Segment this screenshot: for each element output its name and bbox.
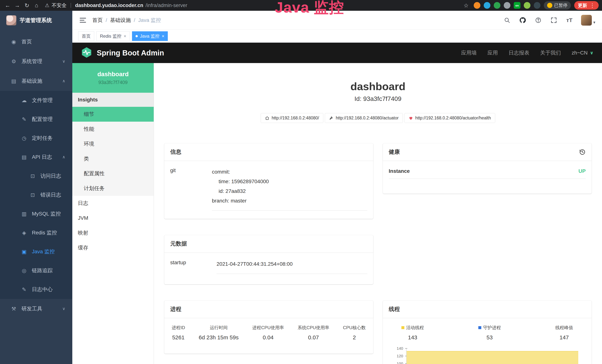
sidebar-item-config-management[interactable]: ✎ 配置管理	[0, 110, 72, 129]
sidebar-item-redis-monitor[interactable]: ◈ Redis 监控	[0, 223, 72, 242]
tab-java-monitor[interactable]: Java 监控 ×	[132, 31, 168, 41]
url-path: /infra/admin-server	[146, 3, 187, 8]
instance-header[interactable]: dashboard 93a3fc7f7409	[72, 63, 154, 93]
sidebar-item-file-management[interactable]: ☁ 文件管理	[0, 91, 72, 110]
search-icon[interactable]	[503, 16, 511, 24]
annotation-java-monitor: Java 监控	[275, 0, 344, 15]
sba-nav-about[interactable]: 关于我们	[540, 49, 561, 56]
hamburger-icon[interactable]	[79, 16, 87, 24]
metric-peak-threads: 线程峰值 147	[555, 325, 573, 341]
extension-icon-3[interactable]	[494, 2, 500, 9]
forward-icon[interactable]: →	[13, 1, 22, 10]
sidebar-item-system-management[interactable]: ⚙ 系统管理 ∨	[0, 52, 72, 71]
metric-pid: 进程ID 5261	[172, 325, 185, 341]
sba-nav-applications[interactable]: 应用	[487, 49, 498, 56]
update-button[interactable]: 更新 ⋮	[574, 1, 599, 10]
health-row-instance[interactable]: Instance UP	[389, 168, 586, 179]
app-logo-row[interactable]: 芋道管理系统	[0, 11, 72, 30]
sidebar-item-scheduled-tasks[interactable]: ◷ 定时任务	[0, 129, 72, 148]
back-icon[interactable]: ←	[3, 1, 12, 10]
sba-content: dashboard Id: 93a3fc7f7409 http://192.16…	[154, 63, 602, 364]
app-title: 芋道管理系统	[20, 17, 52, 24]
breadcrumb-infrastructure[interactable]: 基础设施	[103, 17, 131, 24]
sba-logo-icon	[81, 47, 92, 59]
sidebar-item-api-logs[interactable]: ▤ API 日志 ∧	[0, 148, 72, 167]
cards-grid: 信息 git commit: time: 1596289704000 id: 2…	[164, 143, 592, 364]
browser-home-icon[interactable]: ⌂	[32, 1, 41, 10]
sba-nav-details[interactable]: 细节	[72, 107, 154, 122]
sba-nav-caches[interactable]: 缓存	[72, 240, 154, 255]
paused-badge-label: 已暂停	[554, 2, 568, 8]
instance-link-health[interactable]: http://192.168.0.2:48080/actuator/health	[404, 113, 495, 123]
sidebar-item-error-logs[interactable]: ⊡ 错误日志	[0, 185, 72, 204]
history-icon[interactable]	[579, 149, 586, 155]
sidebar-item-home[interactable]: ◉ 首页	[0, 32, 72, 52]
metric-value: 0.04	[252, 334, 284, 341]
gear-icon: ⚙	[10, 58, 17, 64]
sidebar-item-java-monitor[interactable]: ▣ Java 监控	[0, 242, 72, 261]
sba-nav-config-properties[interactable]: 配置属性	[72, 166, 154, 181]
github-icon[interactable]	[519, 16, 527, 24]
user-avatar-menu[interactable]: ▾	[581, 15, 595, 26]
sba-nav-wallboard[interactable]: 应用墙	[461, 49, 477, 56]
sba-nav-logs[interactable]: 日志	[72, 196, 154, 211]
instance-link-actuator[interactable]: http://192.168.0.2:48080/actuator	[325, 113, 403, 123]
help-icon[interactable]	[534, 16, 542, 24]
spring-boot-admin: Spring Boot Admin 应用墙 应用 日志报表 关于我们 zh~CN…	[72, 43, 602, 364]
document-icon: ⊡	[29, 173, 36, 179]
sidebar-item-infrastructure[interactable]: ▤ 基础设施 ∧	[0, 71, 72, 91]
extension-icon-6[interactable]	[524, 2, 530, 9]
metric-label-text: 活动线程	[406, 325, 424, 331]
tab-home[interactable]: 首页	[78, 31, 94, 41]
extension-icon-4[interactable]	[504, 2, 510, 9]
metric-value: 143	[401, 334, 424, 341]
paused-badge[interactable]: 已暂停	[544, 1, 571, 10]
url-host: dashboard.yudao.iocoder.cn	[75, 3, 143, 8]
not-secure-icon[interactable]: ⚠	[45, 2, 49, 8]
sba-nav-classes[interactable]: 类	[72, 151, 154, 166]
y-tick-140: 140	[397, 346, 403, 351]
sidebar-item-mysql-monitor[interactable]: ▥ MySQL 监控	[0, 204, 72, 223]
sidebar-item-dev-tools[interactable]: ⚒ 研发工具 ∨	[0, 299, 72, 319]
text-size-icon[interactable]: тT	[566, 16, 573, 24]
metric-label: 线程峰值	[555, 325, 573, 331]
sba-nav-performance[interactable]: 性能	[72, 122, 154, 137]
sba-brand[interactable]: Spring Boot Admin	[97, 49, 164, 57]
extension-icon-1[interactable]	[474, 2, 480, 9]
extension-icon-7[interactable]	[534, 2, 540, 9]
extension-on-icon[interactable]: on	[514, 2, 520, 9]
extension-icon-2[interactable]	[484, 2, 490, 9]
sba-nav-mappings[interactable]: 映射	[72, 225, 154, 240]
locale-selector[interactable]: zh~CN ∨	[572, 50, 593, 56]
address-bar[interactable]: ⚠ 不安全 dashboard.yudao.iocoder.cn/infra/a…	[45, 2, 187, 9]
status-badge: UP	[579, 168, 586, 174]
metric-label: 系统CPU使用率	[298, 325, 329, 331]
document-icon: ⊡	[29, 192, 36, 198]
reload-icon[interactable]: ↻	[23, 1, 31, 10]
close-tab-icon[interactable]: ×	[124, 33, 126, 39]
sba-nav-journal[interactable]: 日志报表	[509, 49, 529, 56]
instance-link-root[interactable]: http://192.168.0.2:48080/	[261, 113, 323, 123]
sba-nav-environment[interactable]: 环境	[72, 137, 154, 151]
breadcrumb-home[interactable]: 首页	[92, 17, 103, 24]
threads-chart-plot	[406, 348, 580, 364]
sba-nav-jvm[interactable]: JVM	[72, 211, 154, 225]
chrome-menu-icon[interactable]: ⋮	[590, 2, 595, 9]
sidebar-item-label: 链路追踪	[32, 267, 53, 274]
fullscreen-icon[interactable]	[550, 16, 558, 24]
tab-redis-monitor[interactable]: Redis 监控 ×	[97, 31, 130, 41]
metadata-key: startup	[170, 259, 216, 274]
threads-chart: 140 120 100	[390, 348, 580, 364]
sidebar-item-log-center[interactable]: ✎ 日志中心	[0, 280, 72, 299]
info-row-git: git commit: time: 1596289704000 id: 27aa…	[170, 167, 367, 211]
sba-header: Spring Boot Admin 应用墙 应用 日志报表 关于我们 zh~CN…	[72, 43, 602, 63]
daemon-threads-swatch	[478, 326, 481, 329]
close-tab-icon[interactable]: ×	[162, 33, 164, 39]
instance-link-label: http://192.168.0.2:48080/	[272, 116, 319, 120]
sidebar-item-label: MySQL 监控	[32, 210, 61, 217]
sidebar-item-access-logs[interactable]: ⊡ 访问日志	[0, 167, 72, 185]
threads-metrics-row: 活动线程 143 守护进程	[390, 325, 584, 341]
bookmark-star-icon[interactable]: ☆	[462, 1, 470, 10]
sidebar-item-tracing[interactable]: ◎ 链路追踪	[0, 261, 72, 280]
sba-nav-scheduled-tasks[interactable]: 计划任务	[72, 181, 154, 196]
